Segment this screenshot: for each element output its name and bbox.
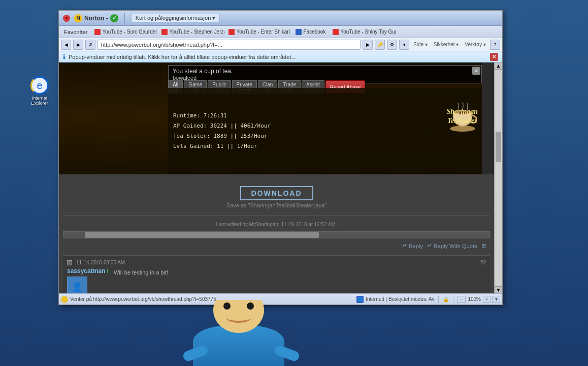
bookmark-label-2: YouTube - Stephen Jerzak... [169,29,224,35]
post-checkbox[interactable] [67,260,72,265]
bot-name: Sharingan TeaStaller [447,107,478,126]
bookmarks-label[interactable]: Favoritter [61,28,90,36]
title-bar-separator [124,13,125,23]
extra-icon: ⊞ [481,242,486,249]
reply-button[interactable]: ↵ Reply [402,242,423,249]
post-header: 11-14-2010 08:05 AM #2 [67,260,486,265]
popup-info-icon: ℹ [63,53,66,60]
address-bar: ◀ ▶ ↺ ▶ 🔑 ⚙ ▾ Side ▾ Sikkerhet ▾ Verktøy… [59,38,502,51]
reply-icon: ↵ [402,242,407,249]
status-sep [438,296,439,303]
help-button[interactable]: ? [490,40,500,50]
zoom-out-button[interactable]: − [458,296,466,303]
extra-reply-button[interactable]: ⊞ [481,242,486,249]
popup-notification-bar[interactable]: ℹ Popup-vinduer midlertidig tillatt. Kli… [59,51,502,63]
popup-bar-text: Popup-vinduer midlertidig tillatt. Klikk… [69,54,296,60]
bookmark-yt3[interactable]: YouTube - Enter Shikari –... [225,28,291,36]
last-edited-text: Last edited by MrSharingan; 11-29-2010 a… [63,220,490,229]
post-number: #2 [480,260,486,265]
norton-icon: N [74,14,82,22]
post-sidebar: sassycatman 👤 Join Date: Dec 2009 Posts:… [67,267,108,293]
stat-runtime: Runtime: 7:26:31 [173,111,477,121]
zoom-in-button[interactable]: + [483,296,491,303]
game-overlay: You steal a cup of tea. bowaleed ✕ AllAl… [59,63,482,174]
bookmarks-bar: Favoritter YouTube - Sorc Gaurden ... Yo… [59,26,502,38]
zoom-dropdown-button[interactable]: ▾ [492,296,500,303]
popup-close-button[interactable]: ✕ [490,53,498,61]
post-date: 11-14-2010 08:05 AM [76,260,125,265]
yt-icon-4 [333,29,339,35]
avatar: 👤 [67,277,87,293]
game-stats: Runtime: 7:26:31 XP Gained: 30224 || 406… [168,88,482,174]
close-button[interactable]: ✕ [63,15,70,22]
forward-button[interactable]: ▶ [73,40,83,50]
save-as-text: Save as "SharinganTeaStallStealer.java" [63,202,490,208]
desktop-icon-ie[interactable]: e InternetExplorer [30,76,49,106]
ie-icon-label: InternetExplorer [30,96,49,106]
norton-badge: N Norton - ✓ [74,14,118,22]
status-icon: ⚡ [61,296,68,303]
address-input[interactable] [97,40,361,50]
nav-info-button[interactable]: Kort og påloggingsinformasjon ▾ [131,14,220,22]
scroll-thumb[interactable] [496,132,501,162]
reply-quote-icon: ↵ [427,242,432,249]
bookmark-fb[interactable]: Facebook [292,28,329,36]
back-button[interactable]: ◀ [61,40,71,50]
reply-with-quote-button[interactable]: ↵ Reply With Quote [427,242,477,249]
tools-label[interactable]: Verktøy ▾ [463,42,488,47]
stat-lvls: Lvls Gained: 11 || 1/Hour [173,141,477,151]
bookmark-label-1: YouTube - Sorc Gaurden ... [102,29,157,35]
post-text-area: Will be testing in a bit! [114,267,486,293]
download-section: DOWNLOAD Save as "SharinganTeaStallSteal… [63,178,490,211]
scroll-up-button[interactable]: ▲ [495,63,502,70]
title-bar: ✕ N Norton - ✓ Kort og påloggingsinforma… [59,11,502,26]
character-container [168,300,310,366]
bookmark-yt4[interactable]: YouTube - Shiny Toy Gun... [330,28,396,36]
chat-close-button[interactable]: ✕ [472,67,480,75]
reply-quote-label: Reply With Quote [434,243,477,249]
stat-tea: Tea Stolen: 1889 || 253/Hour [173,131,477,141]
post-item: 11-14-2010 08:05 AM #2 sassycatman 👤 [63,255,490,293]
username-text: sassycatman [67,267,105,274]
yt-icon-2 [161,29,168,35]
address-btn-2[interactable]: ⚙ [387,40,397,50]
address-btn-3[interactable]: ▾ [399,40,409,50]
status-sep2 [453,296,453,303]
bookmark-label-3: YouTube - Enter Shikari –... [236,29,291,35]
bookmark-yt2[interactable]: YouTube - Stephen Jerzak... [158,28,224,36]
bookmark-label-5: YouTube - Shiny Toy Gun... [340,29,396,35]
zoom-level: 100% [467,296,482,302]
norton-check-icon: ✓ [110,14,118,22]
content-area: You steal a cup of tea. bowaleed ✕ AllAl… [59,63,502,293]
stat-xp: XP Gained: 30224 || 4061/Hour [173,121,477,131]
go-button[interactable]: ▶ [363,40,373,50]
vertical-scrollbar[interactable]: ▲ ▼ [494,63,502,293]
post-username: sassycatman [67,267,108,274]
bookmark-label-4: Facebook [303,29,325,35]
security-label[interactable]: Sikkerhet ▾ [432,42,461,47]
lock-icon: 🔒 [443,296,449,302]
yt-icon-1 [94,29,101,35]
side-label: Side ▾ [411,42,430,47]
bot-name-line2: TeaStaller [447,116,478,126]
horizontal-scrollbar[interactable] [63,231,490,238]
character-mouth [226,313,251,323]
norton-label: Norton - [84,15,108,22]
h-scrollbar-thumb [85,232,319,238]
security-text: Internett | Beskyttet modus: Av [366,296,434,302]
post-content-text: Will be testing in a bit! [114,269,486,276]
reply-buttons-area: ↵ Reply ↵ Reply With Quote ⊞ [63,240,490,251]
chat-message: You steal a cup of tea. [173,68,477,75]
scroll-down-button[interactable]: ▼ [495,286,502,293]
divider [63,215,490,216]
bot-name-line1: Sharingan [447,107,478,116]
eye-right [247,302,254,310]
desktop: e InternetExplorer ✕ N Norton - ✓ Kort o… [0,0,588,366]
avatar-icon: 👤 [72,281,83,292]
address-btn-1[interactable]: 🔑 [375,40,385,50]
security-icon: 🌐 [356,296,364,303]
bookmark-yt1[interactable]: YouTube - Sorc Gaurden ... [91,28,157,36]
refresh-button[interactable]: ↺ [85,40,95,50]
eye-left [223,302,231,310]
download-button[interactable]: DOWNLOAD [240,186,313,200]
